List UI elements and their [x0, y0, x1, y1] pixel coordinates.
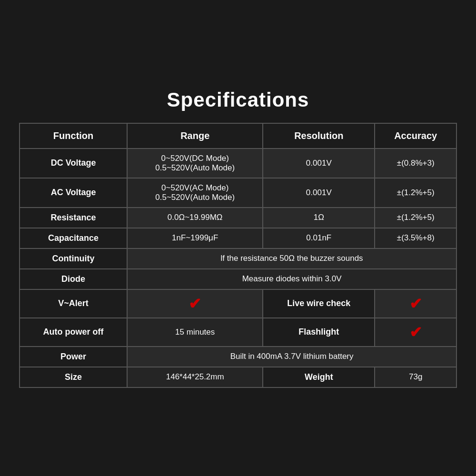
v-alert-check1: ✔: [127, 289, 263, 318]
col-header-range: Range: [127, 123, 263, 149]
resolution-value: 0.001V: [263, 149, 375, 178]
table-row: Continuity lf the resistance 50Ω the buz…: [20, 248, 456, 269]
function-label: Continuity: [20, 248, 127, 269]
size-label: Size: [20, 367, 127, 387]
continuity-description: lf the resistance 50Ω the buzzer sounds: [127, 248, 456, 269]
accuracy-value: ±(1.2%+5): [375, 178, 456, 208]
col-header-accuracy: Accuracy: [375, 123, 456, 149]
function-label: Resistance: [20, 208, 127, 228]
v-alert-label: V~Alert: [20, 289, 127, 318]
function-label: DC Voltage: [20, 149, 127, 178]
power-label: Power: [20, 347, 127, 367]
function-label: Diode: [20, 269, 127, 289]
specifications-table: Function Range Resolution Accuracy DC Vo…: [19, 123, 457, 388]
table-row: Diode Measure diodes within 3.0V: [20, 269, 456, 289]
range-value: 1nF~1999μF: [127, 228, 263, 248]
weight-value: 73g: [375, 367, 456, 387]
range-value: 0~520V(AC Mode) 0.5~520V(Auto Mode): [127, 178, 263, 208]
resolution-value: 0.001V: [263, 178, 375, 208]
flashlight-check: ✔: [375, 318, 456, 347]
table-row: AC Voltage 0~520V(AC Mode) 0.5~520V(Auto…: [20, 178, 456, 208]
checkmark-icon: ✔: [409, 295, 422, 312]
table-row: Resistance 0.0Ω~19.99MΩ 1Ω ±(1.2%+5): [20, 208, 456, 228]
range-value: 0~520V(DC Mode) 0.5~520V(Auto Mode): [127, 149, 263, 178]
weight-label: Weight: [263, 367, 375, 387]
col-header-resolution: Resolution: [263, 123, 375, 149]
checkmark-icon: ✔: [188, 295, 201, 312]
col-header-function: Function: [20, 123, 127, 149]
table-row: Size 146*44*25.2mm Weight 73g: [20, 367, 456, 387]
table-row: V~Alert ✔ Live wire check ✔: [20, 289, 456, 318]
accuracy-value: ±(0.8%+3): [375, 149, 456, 178]
table-row: DC Voltage 0~520V(DC Mode) 0.5~520V(Auto…: [20, 149, 456, 178]
diode-description: Measure diodes within 3.0V: [127, 269, 456, 289]
resolution-value: 0.01nF: [263, 228, 375, 248]
auto-power-label: Auto power off: [20, 318, 127, 347]
power-value: Built in 400mA 3.7V lithium battery: [127, 347, 456, 367]
page-title: Specifications: [19, 89, 457, 111]
flashlight-label: Flashlight: [263, 318, 375, 347]
resolution-value: 1Ω: [263, 208, 375, 228]
accuracy-value: ±(1.2%+5): [375, 208, 456, 228]
live-wire-label: Live wire check: [263, 289, 375, 318]
function-label: Capacitance: [20, 228, 127, 248]
table-row: Power Built in 400mA 3.7V lithium batter…: [20, 347, 456, 367]
table-header-row: Function Range Resolution Accuracy: [20, 123, 456, 149]
function-label: AC Voltage: [20, 178, 127, 208]
size-value: 146*44*25.2mm: [127, 367, 263, 387]
accuracy-value: ±(3.5%+8): [375, 228, 456, 248]
live-wire-check: ✔: [375, 289, 456, 318]
main-container: Specifications Function Range Resolution…: [10, 79, 466, 397]
table-row: Auto power off 15 minutes Flashlight ✔: [20, 318, 456, 347]
auto-power-value: 15 minutes: [127, 318, 263, 347]
range-value: 0.0Ω~19.99MΩ: [127, 208, 263, 228]
table-row: Capacitance 1nF~1999μF 0.01nF ±(3.5%+8): [20, 228, 456, 248]
checkmark-icon: ✔: [409, 324, 422, 341]
